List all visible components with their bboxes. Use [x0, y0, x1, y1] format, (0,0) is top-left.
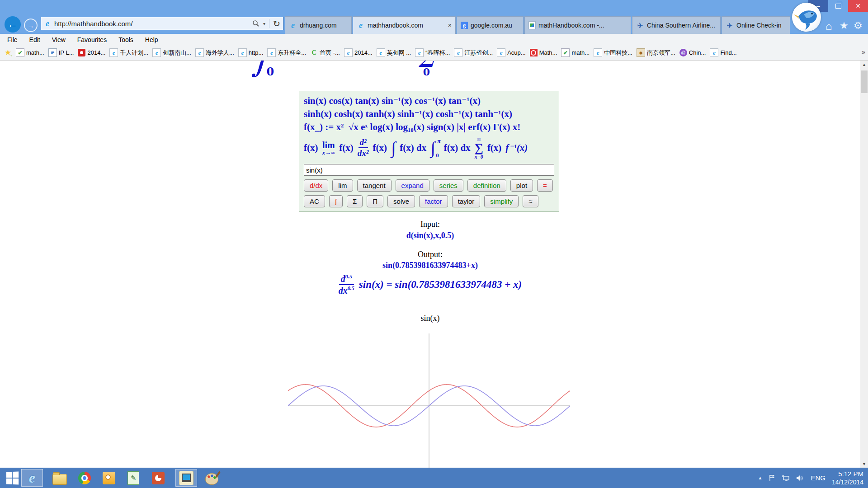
favorites-bar: » math...IP L...2014...千人计划...创新南山...海外学…: [0, 45, 868, 61]
calc-button-item[interactable]: Π: [367, 195, 383, 207]
mathbox-row-calculus: f(x) limx→∞ f(x) d²dx² f(x) ∫ f(x) dx ∫π…: [304, 134, 554, 162]
tab-label: mathHandbook.com -...: [538, 22, 627, 29]
vertical-scrollbar[interactable]: ▲ ▼: [860, 61, 868, 468]
action-center-flag-icon[interactable]: [769, 474, 775, 482]
start-button[interactable]: [4, 471, 21, 485]
home-icon[interactable]: ⌂: [826, 20, 832, 33]
ie-favicon-icon: [357, 21, 365, 29]
refresh-icon[interactable]: ↻: [273, 19, 280, 29]
taskbar-chrome[interactable]: [74, 469, 95, 487]
menu-view[interactable]: View: [52, 36, 66, 43]
favorite-acup[interactable]: Acup...: [497, 48, 525, 57]
favorite-math[interactable]: Math...: [530, 49, 557, 56]
forward-button[interactable]: →: [24, 19, 38, 32]
calc-button-simplify[interactable]: simplify: [484, 195, 519, 207]
bird-logo: [792, 3, 821, 32]
taskbar-outlook[interactable]: [98, 469, 120, 487]
volume-icon[interactable]: [796, 474, 804, 482]
search-dropdown-icon[interactable]: ▾: [263, 21, 265, 26]
favorite-item[interactable]: 英创网 ...: [377, 48, 411, 57]
calc-button-expand[interactable]: expand: [396, 179, 429, 192]
favorite-label: 2014...: [354, 49, 373, 56]
calc-button-lim[interactable]: lim: [332, 179, 353, 192]
clock[interactable]: 5:12 PM 14/12/2014: [832, 469, 863, 487]
calc-button-plot[interactable]: plot: [510, 179, 533, 192]
search-icon[interactable]: [252, 20, 259, 27]
favorite-item[interactable]: 创新南山...: [152, 48, 191, 57]
favorite-math[interactable]: math...: [16, 48, 44, 57]
favorite-item[interactable]: 南京领军...: [637, 48, 675, 57]
ie-page-icon: [497, 48, 505, 57]
calc-button-taylor[interactable]: taylor: [452, 195, 481, 207]
expression-input[interactable]: [304, 164, 554, 176]
favorite-2014[interactable]: 2014...: [78, 49, 105, 56]
calc-button-item[interactable]: Σ: [347, 195, 363, 207]
favorite-chin[interactable]: Chin...: [679, 49, 706, 56]
calculator-panel: sin(x) cos(x) tan(x) sin⁻¹(x) cos⁻¹(x) t…: [299, 91, 559, 212]
settings-gear-icon[interactable]: ⚙: [854, 20, 863, 32]
favorite-http[interactable]: http...: [238, 48, 264, 57]
clipped-sum-formula: ∑0: [419, 61, 434, 77]
tab-close-icon[interactable]: ×: [448, 22, 452, 29]
ie-favicon-icon: [289, 21, 297, 29]
favorite-ip-l[interactable]: IP L...: [48, 48, 74, 57]
scroll-up-arrow[interactable]: ▲: [860, 61, 868, 68]
calc-button-item[interactable]: ∫: [329, 195, 343, 207]
favorite-math[interactable]: math...: [561, 48, 590, 57]
menu-favourites[interactable]: Favourites: [77, 36, 107, 43]
tab-mathhandbook-com[interactable]: mathhandbook.com×: [353, 16, 456, 34]
menu-help[interactable]: Help: [145, 36, 158, 43]
tab-mathhandbook-com[interactable]: mathHandbook.com -...: [524, 16, 631, 34]
menu-edit[interactable]: Edit: [29, 36, 40, 43]
bird-icon: [561, 48, 570, 57]
calc-button-series[interactable]: series: [434, 179, 463, 192]
taskbar-file-explorer[interactable]: [49, 469, 71, 487]
back-button[interactable]: ←: [5, 16, 21, 33]
favorite-item[interactable]: 江苏省创...: [454, 48, 493, 57]
calc-button-definition[interactable]: definition: [467, 179, 506, 192]
favorite-2014[interactable]: 2014...: [344, 48, 373, 57]
taskbar-powerpoint[interactable]: [147, 469, 169, 487]
url-text[interactable]: http://mathhandbook.com/: [54, 20, 250, 28]
calc-button-ac[interactable]: AC: [304, 195, 325, 207]
favorite-item[interactable]: 东升杯全...: [267, 48, 306, 57]
calc-button-tangent[interactable]: tangent: [357, 179, 392, 192]
favorite-item[interactable]: “春晖杯...: [415, 48, 450, 57]
favorites-overflow-chevron[interactable]: »: [862, 48, 865, 56]
menu-tools[interactable]: Tools: [118, 36, 133, 43]
favorite-item[interactable]: 海外学人...: [195, 48, 234, 57]
taskbar: ▲ ENG 5:12 PM 14/12/2014: [0, 468, 868, 488]
close-button[interactable]: ✕: [848, 0, 868, 12]
favorite-item[interactable]: 中国科技...: [594, 48, 632, 57]
favorite-item[interactable]: 首页 -...: [310, 49, 340, 57]
restore-button[interactable]: [828, 0, 848, 12]
favorites-icon[interactable]: ★: [840, 20, 849, 32]
tab-google-com-au[interactable]: google.com.au: [457, 16, 524, 34]
display-app-icon: [179, 471, 193, 485]
scrollbar-thumb[interactable]: [861, 70, 868, 93]
calc-button-factor[interactable]: factor: [419, 195, 448, 207]
language-indicator[interactable]: ENG: [811, 474, 826, 482]
taskbar-internet-explorer[interactable]: [21, 469, 43, 487]
calc-button-item[interactable]: =: [537, 179, 553, 192]
taskbar-display-app[interactable]: [175, 469, 197, 487]
tab-china-southern-airline[interactable]: China Southern Airline...: [632, 16, 721, 34]
favorite-item[interactable]: 千人计划...: [109, 48, 148, 57]
scroll-down-arrow[interactable]: ▼: [860, 460, 868, 468]
input-label: Input:: [0, 220, 860, 229]
tray-expand-icon[interactable]: ▲: [758, 475, 763, 480]
address-bar[interactable]: http://mathhandbook.com/ ▾ ↻: [41, 17, 283, 30]
taskbar-paint[interactable]: [201, 469, 222, 487]
favorite-label: math...: [26, 49, 44, 56]
tab-drhuang-com[interactable]: drhuang.com: [285, 16, 352, 34]
calc-button-solve[interactable]: solve: [387, 195, 415, 207]
tab-online-check-in[interactable]: Online Check-in: [722, 16, 790, 34]
menu-file[interactable]: File: [7, 36, 18, 43]
favorite-find[interactable]: Find...: [710, 48, 736, 57]
calc-button-item[interactable]: ≈: [523, 195, 538, 207]
tab-label: drhuang.com: [300, 22, 348, 29]
taskbar-notes[interactable]: [123, 469, 144, 487]
favorite-fav-star[interactable]: [4, 49, 12, 56]
network-icon[interactable]: [782, 474, 790, 482]
calc-button-d-dx[interactable]: d/dx: [304, 179, 328, 192]
